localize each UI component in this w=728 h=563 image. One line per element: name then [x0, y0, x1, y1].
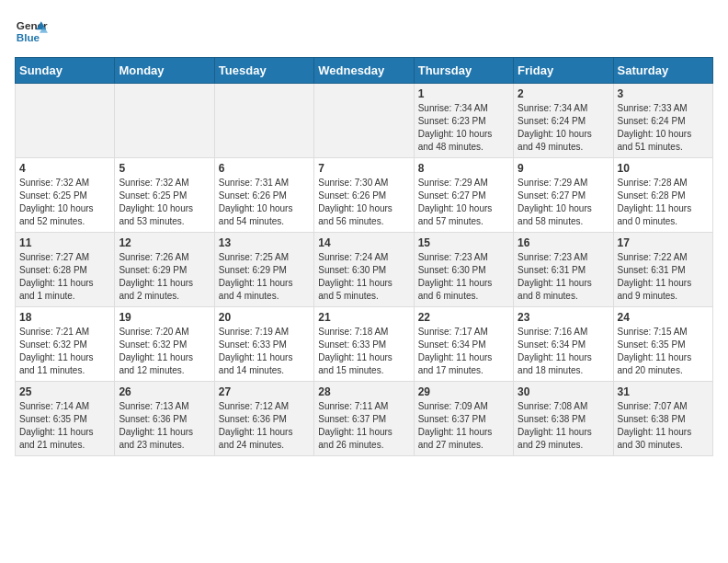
- day-info: Sunrise: 7:21 AM Sunset: 6:32 PM Dayligh…: [19, 326, 110, 377]
- day-info: Sunrise: 7:15 AM Sunset: 6:35 PM Dayligh…: [618, 326, 709, 377]
- header-monday: Monday: [115, 58, 214, 84]
- day-info: Sunrise: 7:24 AM Sunset: 6:30 PM Dayligh…: [318, 251, 409, 303]
- day-info: Sunrise: 7:18 AM Sunset: 6:33 PM Dayligh…: [318, 326, 409, 377]
- calendar-cell: 17Sunrise: 7:22 AM Sunset: 6:31 PM Dayli…: [613, 233, 712, 307]
- day-info: Sunrise: 7:23 AM Sunset: 6:30 PM Dayligh…: [418, 251, 509, 303]
- calendar-week-row: 25Sunrise: 7:14 AM Sunset: 6:35 PM Dayli…: [16, 382, 713, 456]
- calendar-cell: 10Sunrise: 7:28 AM Sunset: 6:28 PM Dayli…: [613, 158, 712, 233]
- day-info: Sunrise: 7:08 AM Sunset: 6:38 PM Dayligh…: [518, 400, 609, 452]
- day-number: 14: [318, 236, 409, 249]
- day-info: Sunrise: 7:30 AM Sunset: 6:26 PM Dayligh…: [318, 177, 409, 228]
- calendar-cell: 3Sunrise: 7:33 AM Sunset: 6:24 PM Daylig…: [613, 84, 712, 158]
- header-thursday: Thursday: [414, 58, 513, 84]
- calendar-week-row: 1Sunrise: 7:34 AM Sunset: 6:23 PM Daylig…: [16, 84, 713, 158]
- calendar-cell: 30Sunrise: 7:08 AM Sunset: 6:38 PM Dayli…: [514, 382, 613, 456]
- calendar-cell: 27Sunrise: 7:12 AM Sunset: 6:36 PM Dayli…: [214, 382, 313, 456]
- calendar-cell: 23Sunrise: 7:16 AM Sunset: 6:34 PM Dayli…: [514, 307, 613, 382]
- day-number: 26: [119, 385, 210, 398]
- calendar-table: SundayMondayTuesdayWednesdayThursdayFrid…: [15, 57, 713, 456]
- calendar-cell: 20Sunrise: 7:19 AM Sunset: 6:33 PM Dayli…: [214, 307, 313, 382]
- calendar-cell: 14Sunrise: 7:24 AM Sunset: 6:30 PM Dayli…: [314, 233, 414, 307]
- calendar-cell: 16Sunrise: 7:23 AM Sunset: 6:31 PM Dayli…: [514, 233, 613, 307]
- day-number: 5: [119, 162, 210, 175]
- calendar-cell: 18Sunrise: 7:21 AM Sunset: 6:32 PM Dayli…: [16, 307, 115, 382]
- day-number: 25: [19, 385, 110, 398]
- day-info: Sunrise: 7:31 AM Sunset: 6:26 PM Dayligh…: [219, 177, 310, 228]
- day-info: Sunrise: 7:12 AM Sunset: 6:36 PM Dayligh…: [219, 400, 310, 452]
- calendar-header: SundayMondayTuesdayWednesdayThursdayFrid…: [16, 58, 713, 84]
- day-number: 15: [418, 236, 509, 249]
- day-number: 27: [219, 385, 310, 398]
- day-info: Sunrise: 7:09 AM Sunset: 6:37 PM Dayligh…: [418, 400, 509, 452]
- day-number: 8: [418, 162, 509, 175]
- day-number: 20: [219, 311, 310, 324]
- day-info: Sunrise: 7:32 AM Sunset: 6:25 PM Dayligh…: [119, 177, 210, 228]
- calendar-cell: 6Sunrise: 7:31 AM Sunset: 6:26 PM Daylig…: [214, 158, 313, 233]
- day-info: Sunrise: 7:07 AM Sunset: 6:38 PM Dayligh…: [618, 400, 709, 452]
- calendar-cell: 24Sunrise: 7:15 AM Sunset: 6:35 PM Dayli…: [613, 307, 712, 382]
- day-number: 28: [318, 385, 409, 398]
- day-info: Sunrise: 7:14 AM Sunset: 6:35 PM Dayligh…: [19, 400, 110, 452]
- calendar-cell: 8Sunrise: 7:29 AM Sunset: 6:27 PM Daylig…: [414, 158, 513, 233]
- day-info: Sunrise: 7:11 AM Sunset: 6:37 PM Dayligh…: [318, 400, 409, 452]
- calendar-cell: 1Sunrise: 7:34 AM Sunset: 6:23 PM Daylig…: [414, 84, 513, 158]
- day-number: 13: [219, 236, 310, 249]
- day-number: 16: [518, 236, 609, 249]
- day-info: Sunrise: 7:29 AM Sunset: 6:27 PM Dayligh…: [418, 177, 509, 228]
- day-number: 22: [418, 311, 509, 324]
- calendar-week-row: 18Sunrise: 7:21 AM Sunset: 6:32 PM Dayli…: [16, 307, 713, 382]
- day-number: 31: [618, 385, 709, 398]
- header-friday: Friday: [514, 58, 613, 84]
- day-info: Sunrise: 7:29 AM Sunset: 6:27 PM Dayligh…: [518, 177, 609, 228]
- day-info: Sunrise: 7:27 AM Sunset: 6:28 PM Dayligh…: [19, 251, 110, 303]
- day-info: Sunrise: 7:25 AM Sunset: 6:29 PM Dayligh…: [219, 251, 310, 303]
- day-number: 12: [119, 236, 210, 249]
- day-number: 29: [418, 385, 509, 398]
- calendar-cell: 31Sunrise: 7:07 AM Sunset: 6:38 PM Dayli…: [613, 382, 712, 456]
- calendar-cell: 12Sunrise: 7:26 AM Sunset: 6:29 PM Dayli…: [115, 233, 214, 307]
- calendar-cell: 28Sunrise: 7:11 AM Sunset: 6:37 PM Dayli…: [314, 382, 414, 456]
- day-number: 21: [318, 311, 409, 324]
- day-info: Sunrise: 7:33 AM Sunset: 6:24 PM Dayligh…: [618, 102, 709, 154]
- header-row: SundayMondayTuesdayWednesdayThursdayFrid…: [16, 58, 713, 84]
- calendar-week-row: 11Sunrise: 7:27 AM Sunset: 6:28 PM Dayli…: [16, 233, 713, 307]
- calendar-cell: [214, 84, 313, 158]
- calendar-cell: 11Sunrise: 7:27 AM Sunset: 6:28 PM Dayli…: [16, 233, 115, 307]
- calendar-cell: 22Sunrise: 7:17 AM Sunset: 6:34 PM Dayli…: [414, 307, 513, 382]
- calendar-cell: 9Sunrise: 7:29 AM Sunset: 6:27 PM Daylig…: [514, 158, 613, 233]
- calendar-cell: [16, 84, 115, 158]
- day-info: Sunrise: 7:22 AM Sunset: 6:31 PM Dayligh…: [618, 251, 709, 303]
- day-number: 4: [19, 162, 110, 175]
- day-info: Sunrise: 7:20 AM Sunset: 6:32 PM Dayligh…: [119, 326, 210, 377]
- day-number: 30: [518, 385, 609, 398]
- svg-text:Blue: Blue: [17, 31, 40, 43]
- day-number: 3: [618, 87, 709, 100]
- calendar-cell: 21Sunrise: 7:18 AM Sunset: 6:33 PM Dayli…: [314, 307, 414, 382]
- day-number: 18: [19, 311, 110, 324]
- calendar-week-row: 4Sunrise: 7:32 AM Sunset: 6:25 PM Daylig…: [16, 158, 713, 233]
- calendar-cell: 26Sunrise: 7:13 AM Sunset: 6:36 PM Dayli…: [115, 382, 214, 456]
- calendar-cell: [314, 84, 414, 158]
- day-info: Sunrise: 7:19 AM Sunset: 6:33 PM Dayligh…: [219, 326, 310, 377]
- day-number: 6: [219, 162, 310, 175]
- day-number: 19: [119, 311, 210, 324]
- day-number: 17: [618, 236, 709, 249]
- day-info: Sunrise: 7:26 AM Sunset: 6:29 PM Dayligh…: [119, 251, 210, 303]
- header: General Blue: [15, 15, 713, 48]
- calendar-cell: 29Sunrise: 7:09 AM Sunset: 6:37 PM Dayli…: [414, 382, 513, 456]
- day-info: Sunrise: 7:23 AM Sunset: 6:31 PM Dayligh…: [518, 251, 609, 303]
- logo: General Blue: [15, 15, 48, 48]
- calendar-cell: [115, 84, 214, 158]
- calendar-cell: 25Sunrise: 7:14 AM Sunset: 6:35 PM Dayli…: [16, 382, 115, 456]
- day-number: 1: [418, 87, 509, 100]
- day-info: Sunrise: 7:34 AM Sunset: 6:23 PM Dayligh…: [418, 102, 509, 154]
- calendar-cell: 13Sunrise: 7:25 AM Sunset: 6:29 PM Dayli…: [214, 233, 313, 307]
- day-info: Sunrise: 7:16 AM Sunset: 6:34 PM Dayligh…: [518, 326, 609, 377]
- day-number: 9: [518, 162, 609, 175]
- calendar-cell: 4Sunrise: 7:32 AM Sunset: 6:25 PM Daylig…: [16, 158, 115, 233]
- header-tuesday: Tuesday: [214, 58, 313, 84]
- calendar-body: 1Sunrise: 7:34 AM Sunset: 6:23 PM Daylig…: [16, 84, 713, 456]
- day-number: 10: [618, 162, 709, 175]
- day-number: 23: [518, 311, 609, 324]
- day-info: Sunrise: 7:34 AM Sunset: 6:24 PM Dayligh…: [518, 102, 609, 154]
